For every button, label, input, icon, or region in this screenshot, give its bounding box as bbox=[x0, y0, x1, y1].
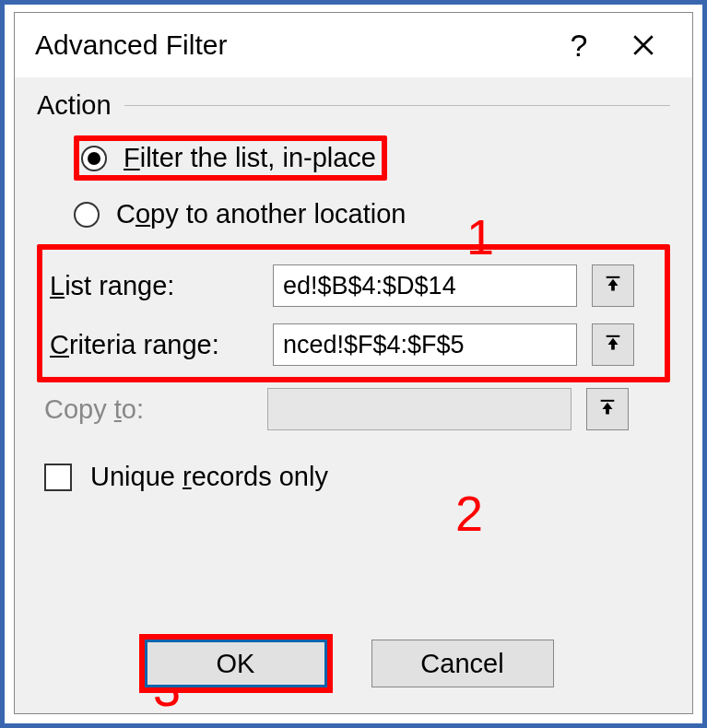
list-range-collapse-button[interactable] bbox=[592, 264, 634, 307]
radio-filter-in-place-label: Filter the list, in-place bbox=[124, 143, 376, 173]
criteria-range-input[interactable] bbox=[273, 323, 577, 366]
ok-button-label: OK bbox=[217, 649, 255, 679]
collapse-icon bbox=[597, 399, 618, 419]
annotation-1: 1 bbox=[466, 208, 494, 265]
cancel-button[interactable]: Cancel bbox=[371, 640, 554, 687]
annotation-2: 2 bbox=[455, 485, 483, 542]
action-group-label: Action bbox=[37, 90, 670, 121]
titlebar: Advanced Filter ? bbox=[15, 13, 692, 77]
radio-row-filter-in-place: Filter the list, in-place bbox=[70, 130, 670, 186]
close-icon bbox=[631, 33, 655, 57]
criteria-range-row: Criteria range: bbox=[50, 323, 657, 366]
criteria-range-collapse-button[interactable] bbox=[592, 323, 634, 366]
dialog-body: Action Filter the list, in-place Copy to… bbox=[15, 77, 692, 713]
close-button[interactable] bbox=[611, 13, 676, 77]
help-button[interactable]: ? bbox=[547, 13, 611, 77]
radio-copy-location[interactable] bbox=[74, 202, 100, 228]
unique-records-checkbox[interactable] bbox=[44, 464, 72, 491]
dialog-buttons: OK Cancel bbox=[15, 640, 692, 687]
action-label-text: Action bbox=[37, 90, 112, 121]
radio-filter-in-place[interactable] bbox=[81, 146, 107, 171]
copy-to-collapse-button[interactable] bbox=[586, 388, 629, 430]
copy-to-row: Copy to: bbox=[44, 388, 670, 430]
radio-dot-icon bbox=[88, 152, 100, 165]
ok-button[interactable]: OK bbox=[145, 640, 327, 687]
criteria-range-label: Criteria range: bbox=[50, 330, 273, 360]
screenshot-frame: Advanced Filter ? Action Filter bbox=[0, 0, 707, 728]
group-divider bbox=[124, 105, 670, 106]
unique-records-row: Unique records only bbox=[44, 462, 670, 492]
advanced-filter-dialog: Advanced Filter ? Action Filter bbox=[14, 12, 693, 714]
cancel-button-label: Cancel bbox=[420, 649, 503, 679]
dialog-title: Advanced Filter bbox=[35, 29, 547, 61]
collapse-icon bbox=[603, 276, 623, 296]
list-range-label: List range: bbox=[50, 271, 273, 301]
help-icon: ? bbox=[571, 28, 588, 64]
radio-copy-location-label: Copy to another location bbox=[116, 199, 406, 229]
highlight-box-2: List range: Criteria range: bbox=[37, 244, 670, 382]
copy-to-input bbox=[267, 388, 571, 430]
copy-to-label: Copy to: bbox=[44, 394, 267, 425]
highlight-box-1: Filter the list, in-place bbox=[74, 135, 387, 181]
action-radio-group: Filter the list, in-place Copy to anothe… bbox=[70, 130, 670, 235]
list-range-row: List range: bbox=[50, 264, 657, 307]
unique-records-label: Unique records only bbox=[90, 462, 328, 492]
radio-row-copy-location: Copy to another location bbox=[70, 194, 670, 235]
collapse-icon bbox=[603, 335, 623, 355]
list-range-input[interactable] bbox=[273, 264, 577, 307]
